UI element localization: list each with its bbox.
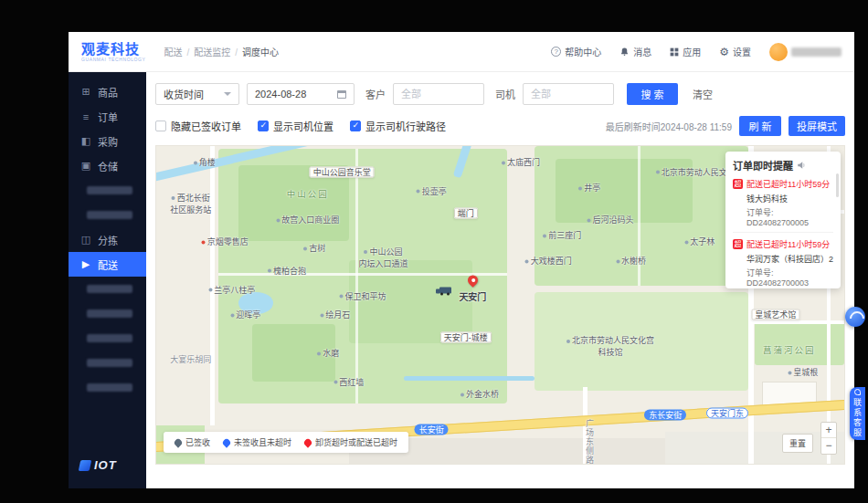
poi-dot-icon bbox=[502, 162, 505, 165]
map-label: 广场东侧路 bbox=[584, 419, 596, 465]
sidebar-item[interactable]: ▶ 配送 bbox=[69, 252, 146, 277]
poi-dot-icon bbox=[788, 371, 791, 374]
order-status-badge: 超 bbox=[733, 239, 743, 249]
filter-bar: 收货时间 2024-08-28 客户 司机 搜 索 清空 bbox=[155, 83, 845, 105]
checkbox[interactable] bbox=[155, 121, 166, 131]
zoom-out-button[interactable]: − bbox=[821, 438, 836, 454]
map-label: 兰亭八柱亭 bbox=[208, 283, 255, 295]
sidebar-item-icon: ◧ bbox=[80, 135, 91, 147]
legend-item: 卸货超时或配送已超时 bbox=[304, 436, 397, 448]
legend-label: 未签收且未超时 bbox=[234, 436, 291, 448]
screen: 观麦科技 GUANMAI TECHNOLOGY 配送 配送监控 调度中心 ? 帮… bbox=[0, 0, 868, 503]
legend-pin-icon bbox=[221, 437, 231, 447]
checkbox[interactable] bbox=[350, 121, 361, 131]
breadcrumb-delivery[interactable]: 配送 bbox=[164, 45, 194, 58]
checkbox-group: 隐藏已签收订单 显示司机位置 显示司机行驶路径 bbox=[155, 119, 446, 133]
order-card[interactable]: 超 配送已超时11小时59分 钱大妈科技 订单号: DD24082700005 bbox=[733, 173, 833, 233]
map-label: 绘月石 bbox=[320, 309, 350, 320]
order-list: 超 配送已超时11小时59分 钱大妈科技 订单号: DD24082700005 bbox=[733, 173, 833, 288]
sidebar-item[interactable]: ≡ 订单 bbox=[69, 104, 146, 129]
order-card[interactable]: 超 配送已超时11小时59分 华润万家（科技园店）2 订单号: DD240827… bbox=[733, 233, 833, 288]
sidebar-item-label: 采购 bbox=[98, 134, 118, 149]
refresh-group: 最后刷新时间2024-08-28 11:59 刷 新 投屏模式 bbox=[606, 116, 845, 136]
poi-dot-icon bbox=[364, 250, 367, 254]
map-label: 北京市劳动人民文化宫 科技馆 bbox=[566, 334, 654, 358]
customer-input[interactable] bbox=[393, 83, 484, 105]
order-customer: 华润万家（科技园店）2 bbox=[746, 253, 833, 265]
legend-item: 未签收且未超时 bbox=[223, 436, 291, 448]
map-label: 槐柏合抱 bbox=[268, 264, 306, 276]
poi-dot-icon bbox=[684, 241, 688, 245]
poi-dot-icon bbox=[578, 186, 582, 190]
poi-dot-icon bbox=[172, 196, 175, 200]
messages-button[interactable]: 消息 bbox=[619, 45, 651, 58]
settings-button[interactable]: ⚙ 设置 bbox=[719, 45, 751, 58]
refresh-button[interactable]: 刷 新 bbox=[739, 116, 781, 136]
main-content: 收货时间 2024-08-28 客户 司机 搜 索 清空 bbox=[146, 72, 854, 488]
map-label: 皇城根 bbox=[788, 366, 818, 378]
map-label: 东长安街 bbox=[644, 409, 686, 421]
map-label: 前三座门 bbox=[543, 229, 581, 241]
map-toolbar: 隐藏已签收订单 显示司机位置 显示司机行驶路径 bbox=[155, 116, 845, 136]
date-picker[interactable]: 2024-08-28 bbox=[247, 83, 355, 105]
checkbox-item[interactable]: 显示司机行驶路径 bbox=[350, 119, 446, 133]
poi-dot-icon bbox=[276, 218, 280, 222]
user-account[interactable] bbox=[769, 43, 842, 61]
sidebar-item[interactable]: ◫ 分拣 bbox=[69, 227, 146, 252]
sidebar-item[interactable] bbox=[69, 375, 146, 400]
map-label: 大宴乐胡同 bbox=[170, 353, 211, 365]
floating-assistant-button[interactable] bbox=[845, 307, 865, 327]
search-button[interactable]: 搜 索 bbox=[627, 83, 678, 105]
time-type-select[interactable]: 收货时间 bbox=[155, 83, 239, 105]
map-label: 西北长街 社区服务站 bbox=[170, 192, 211, 215]
calendar-icon bbox=[337, 90, 346, 99]
order-reminder-panel: 订单即时提醒 超 配送已超时11小时59分 bbox=[725, 152, 841, 288]
driver-input[interactable] bbox=[523, 83, 614, 105]
driver-label: 司机 bbox=[495, 87, 515, 101]
help-center-button[interactable]: ? 帮助中心 bbox=[551, 45, 601, 58]
username-redacted bbox=[791, 47, 842, 57]
contact-service-tab[interactable]: 联系客服 bbox=[850, 387, 865, 440]
apps-button[interactable]: 应用 bbox=[670, 45, 701, 58]
map-label: 投壶亭 bbox=[417, 184, 447, 196]
map-label: 大戏楼西门 bbox=[525, 255, 572, 267]
cast-mode-button[interactable]: 投屏模式 bbox=[789, 116, 845, 136]
sidebar-item[interactable]: ◧ 采购 bbox=[69, 129, 146, 153]
clear-button[interactable]: 清空 bbox=[693, 87, 713, 101]
map-reset-button[interactable]: 重置 bbox=[782, 434, 813, 453]
checkbox-item[interactable]: 显示司机位置 bbox=[258, 119, 333, 133]
sidebar-item[interactable] bbox=[69, 277, 146, 301]
poi-dot-icon bbox=[616, 259, 619, 263]
iot-logo-mark bbox=[79, 460, 92, 471]
sidebar-item[interactable] bbox=[69, 178, 146, 203]
breadcrumb-dispatch-center: 调度中心 bbox=[242, 45, 279, 58]
sidebar-item-icon: ▶ bbox=[80, 258, 91, 270]
panel-scrollbar[interactable] bbox=[836, 173, 839, 197]
checkbox-item[interactable]: 隐藏已签收订单 bbox=[155, 119, 241, 133]
checkbox[interactable] bbox=[258, 121, 269, 131]
map-canvas[interactable]: 角楼 中山公园音乐堂 bbox=[155, 145, 845, 465]
zoom-in-button[interactable]: + bbox=[821, 423, 836, 438]
avatar[interactable] bbox=[769, 43, 788, 61]
sidebar-item-label: 订单 bbox=[98, 110, 118, 124]
map-label: 后河沿码头 bbox=[587, 214, 633, 225]
sidebar-item[interactable] bbox=[69, 351, 146, 375]
poi-dot-icon bbox=[194, 162, 197, 165]
breadcrumb-monitor[interactable]: 配送监控 bbox=[194, 45, 242, 58]
sidebar-item[interactable]: ⊞ 商品 bbox=[69, 79, 146, 104]
announcement-icon bbox=[797, 161, 806, 170]
brand-logo[interactable]: 观麦科技 GUANMAI TECHNOLOGY bbox=[81, 42, 145, 62]
legend-pin-icon bbox=[302, 437, 312, 447]
poi-dot-icon bbox=[333, 381, 337, 384]
map-label: 井亭 bbox=[578, 182, 600, 194]
time-type-value: 收货时间 bbox=[164, 87, 204, 101]
customer-label: 客户 bbox=[365, 87, 386, 101]
sidebar-item[interactable] bbox=[69, 326, 146, 351]
sidebar-item[interactable]: ▣ 仓储 bbox=[69, 153, 146, 178]
last-refresh-time: 最后刷新时间2024-08-28 11:59 bbox=[606, 120, 732, 133]
sidebar-item[interactable] bbox=[69, 203, 146, 227]
map-label: 京烟零售店 bbox=[202, 236, 249, 247]
iot-logo[interactable]: IOT bbox=[79, 458, 117, 472]
sidebar-item[interactable] bbox=[69, 301, 146, 326]
sidebar-item-icon: ≡ bbox=[80, 111, 91, 122]
